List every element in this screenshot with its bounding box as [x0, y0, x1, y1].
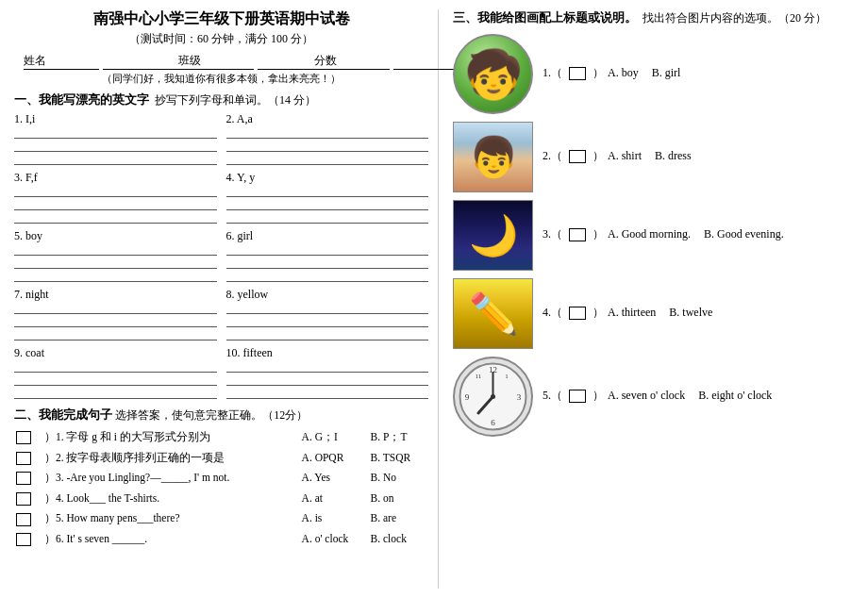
writing-item-9: 9. coat: [14, 346, 217, 399]
writing-item-8: 8. yellow: [226, 288, 429, 341]
score-field: 分数: [314, 53, 459, 70]
writing-item-6: 6. girl: [226, 229, 429, 282]
writing-item-3: 3. F,f: [14, 171, 217, 224]
q3-num: 3.（: [542, 226, 562, 242]
options-2: 2.（ ） A. shirt B. dress: [542, 148, 692, 166]
answer-blank-4: [569, 307, 586, 320]
image-5: 12 3 6 9 11 1: [453, 357, 533, 437]
writing-label-3: 3. F,f: [14, 171, 217, 185]
question-row-2: 👦 2.（ ） A. shirt B. dress: [453, 122, 854, 192]
writing-item-4: 4. Y, y: [226, 171, 429, 224]
question-row-3: 🌙 3.（ ） A. Good morning. B. Good evening…: [453, 200, 854, 271]
image-4: ✏️: [453, 278, 533, 349]
writing-label-7: 7. night: [14, 288, 217, 302]
section3-title: 三、我能给图画配上标题或说明。 找出符合图片内容的选项。（20 分）: [453, 9, 854, 26]
name-field: 姓名: [24, 53, 178, 70]
name-label: 姓名: [24, 53, 99, 70]
answer-box-4: [16, 492, 31, 506]
table-row: ）3. -Are you Lingling?—_____, I' m not. …: [14, 468, 428, 489]
writing-item-5: 5. boy: [14, 229, 217, 282]
table-row: ）1. 字母 g 和 i 的大写形式分别为 A. G；I B. P；T: [14, 427, 428, 448]
svg-text:1: 1: [505, 373, 509, 380]
writing-label-4: 4. Y, y: [226, 171, 429, 185]
q3-optA: A. Good morning.: [608, 227, 691, 241]
class-field: 班级: [178, 53, 314, 70]
writing-label-2: 2. A,a: [226, 112, 429, 126]
info-row: 姓名 班级 分数: [14, 53, 428, 70]
svg-text:6: 6: [491, 418, 495, 427]
svg-text:9: 9: [465, 392, 470, 402]
table-row: ）6. It' s seven ______. A. o' clock B. c…: [14, 529, 428, 550]
q5-optA: A. seven o' clock: [608, 389, 685, 403]
table-row: ）4. Look___ the T-shirts. A. at B. on: [14, 489, 428, 509]
student-note: （同学们好，我知道你有很多本领，拿出来亮亮！）: [14, 72, 428, 86]
answer-box-1: [16, 431, 31, 444]
image-1: 🧒: [453, 34, 533, 114]
answer-blank-3: [569, 228, 586, 241]
writing-item-7: 7. night: [14, 288, 217, 341]
q3-optB: B. Good evening.: [704, 227, 784, 241]
answer-box-6: [16, 533, 31, 546]
writing-label-9: 9. coat: [14, 346, 217, 360]
svg-point-9: [491, 394, 495, 399]
writing-item-2: 2. A,a: [226, 112, 429, 165]
section1-title: 一、我能写漂亮的英文字 抄写下列字母和单词。（14 分）: [14, 91, 428, 108]
q2-optA: A. shirt: [608, 149, 642, 163]
answer-blank-2: [569, 150, 586, 163]
writing-label-10: 10. fifteen: [226, 346, 429, 360]
q5-optB: B. eight o' clock: [698, 389, 772, 403]
answer-box-3: [16, 472, 31, 485]
writing-item-1: 1. I,i: [14, 112, 217, 165]
options-3: 3.（ ） A. Good morning. B. Good evening.: [542, 226, 784, 244]
table-row: ）5. How many pens___there? A. is B. are: [14, 508, 428, 529]
q4-num: 4.（: [542, 305, 562, 321]
answer-blank-5: [569, 390, 586, 403]
q2-optB: B. dress: [655, 149, 692, 163]
image-3: 🌙: [453, 200, 533, 271]
options-1: 1.（ ） A. boy B. girl: [542, 65, 680, 83]
table-row: ）2. 按字母表顺序排列正确的一项是 A. OPQR B. TSQR: [14, 448, 428, 469]
q4-optB: B. twelve: [669, 306, 712, 320]
question-row-5: 12 3 6 9 11 1 5.（ ） A.: [453, 357, 854, 437]
answer-blank-1: [569, 67, 586, 80]
svg-text:11: 11: [476, 373, 482, 380]
question-row-1: 🧒 1.（ ） A. boy B. girl: [453, 34, 854, 114]
right-column: 三、我能给图画配上标题或说明。 找出符合图片内容的选项。（20 分） 🧒 1.（…: [439, 9, 854, 589]
q1-optA: A. boy: [608, 66, 639, 80]
q5-num: 5.（: [542, 388, 562, 404]
clock-svg: 12 3 6 9 11 1: [458, 361, 528, 432]
class-label: 班级: [178, 53, 254, 70]
answer-box-2: [16, 452, 31, 465]
answer-box-5: [16, 513, 31, 526]
exam-title: 南强中心小学三年级下册英语期中试卷: [14, 9, 428, 29]
writing-label-6: 6. girl: [226, 229, 429, 243]
exam-page: 南强中心小学三年级下册英语期中试卷 （测试时间：60 分钟，满分 100 分） …: [0, 0, 868, 598]
sentence-table: ）1. 字母 g 和 i 的大写形式分别为 A. G；I B. P；T ）2. …: [14, 427, 428, 549]
writing-label-8: 8. yellow: [226, 288, 429, 302]
svg-text:3: 3: [517, 392, 522, 402]
q4-optA: A. thirteen: [608, 306, 656, 320]
writing-item-10: 10. fifteen: [226, 346, 429, 399]
writing-label-5: 5. boy: [14, 229, 217, 243]
q1-num: 1.（: [542, 65, 562, 81]
score-label: 分数: [314, 53, 390, 70]
class-blank: [258, 55, 314, 70]
name-blank: [103, 55, 178, 70]
question-row-4: ✏️ 4.（ ） A. thirteen B. twelve: [453, 278, 854, 349]
section2: 二、我能完成句子 选择答案，使句意完整正确。（12分） ）1. 字母 g 和 i…: [14, 407, 428, 549]
section2-title: 二、我能完成句子 选择答案，使句意完整正确。（12分）: [14, 407, 428, 424]
q2-num: 2.（: [542, 148, 562, 164]
options-5: 5.（ ） A. seven o' clock B. eight o' cloc…: [542, 388, 772, 406]
writing-grid: 1. I,i 2. A,a 3. F,f: [14, 112, 428, 401]
exam-subtitle: （测试时间：60 分钟，满分 100 分）: [14, 31, 428, 47]
image-2: 👦: [453, 122, 533, 192]
options-4: 4.（ ） A. thirteen B. twelve: [542, 305, 712, 323]
left-column: 南强中心小学三年级下册英语期中试卷 （测试时间：60 分钟，满分 100 分） …: [14, 9, 439, 589]
writing-label-1: 1. I,i: [14, 112, 217, 126]
q1-optB: B. girl: [652, 66, 681, 80]
